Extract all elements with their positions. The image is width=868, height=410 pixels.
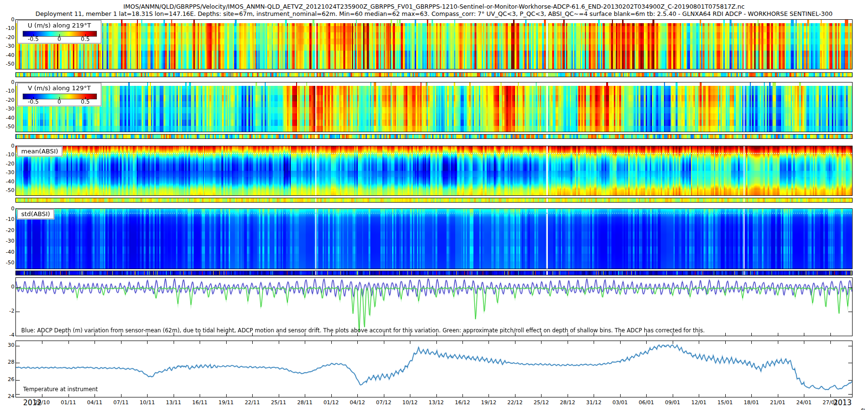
x-axis-date-label: 31/12 xyxy=(583,399,604,406)
x-axis-date-label: 28/12 xyxy=(557,399,578,406)
depth-axis-label: -10 xyxy=(1,88,14,94)
depth-axis-label: -20 xyxy=(1,227,14,233)
u-colorbar-tick: 0 xyxy=(52,36,67,42)
depth-axis-label: -20 xyxy=(1,161,14,167)
x-axis-date-label: 25/12 xyxy=(530,399,552,406)
x-axis-date-label: 19/12 xyxy=(478,399,499,406)
x-axis-date-label: 04/11 xyxy=(84,399,105,406)
x-axis-date-label: 13/11 xyxy=(163,399,184,406)
depth-axis-label: -30 xyxy=(1,169,14,176)
depth-axis-label: 0 xyxy=(1,79,14,85)
depth-axis-label: -50 xyxy=(1,187,14,193)
x-axis-date-label: 06/01 xyxy=(636,399,657,406)
depth-axis-label: -10 xyxy=(1,25,14,31)
x-axis-date-label: 22/12 xyxy=(504,399,526,406)
x-axis-date-label: 16/11 xyxy=(189,399,210,406)
depth-variation-axis-label: 0 xyxy=(1,284,14,290)
depth-axis-label: -40 xyxy=(1,249,14,255)
x-axis-date-label: 10/11 xyxy=(136,399,158,406)
depth-axis-label: -40 xyxy=(1,52,14,58)
x-axis-date-label: 24/01 xyxy=(793,399,814,406)
depth-axis-label: -10 xyxy=(1,216,14,222)
std-absi-label: std(ABSI) xyxy=(17,209,54,219)
u-velocity-bottom-strip xyxy=(15,72,853,77)
temperature-axis-label: 30 xyxy=(1,342,14,348)
depth-variation-axis-label: -2 xyxy=(1,308,14,314)
temperature-plot xyxy=(15,341,853,397)
figure-subtitle-deployment-info: Deployment 11, member 1 lat=18.31S lon=1… xyxy=(0,10,868,17)
x-axis-date-label: 12/01 xyxy=(688,399,709,406)
x-axis-date-label: 16/12 xyxy=(452,399,473,406)
x-axis-date-label: 01/11 xyxy=(58,399,79,406)
depth-axis-label: -50 xyxy=(1,61,14,67)
depth-axis-label: 0 xyxy=(1,16,14,23)
x-axis-date-label: 27/01 xyxy=(820,399,841,406)
depth-axis-label: -50 xyxy=(1,123,14,130)
x-axis-date-label: 29/10 xyxy=(31,399,53,406)
temperature-axis-label: 28 xyxy=(1,359,14,365)
depth-axis-label: -50 xyxy=(1,260,14,266)
v-legend-title: V (m/s) along 129°T xyxy=(18,84,101,92)
x-axis-date-label: 15/01 xyxy=(715,399,736,406)
depth-axis-label: 0 xyxy=(1,205,14,212)
x-axis-date-label: 07/11 xyxy=(110,399,132,406)
v-colorbar-tick: 0.5 xyxy=(78,98,93,105)
u-legend: U (m/s) along 219°T -0.5 0 0.5 xyxy=(17,20,101,43)
u-colorbar-tick: -0.5 xyxy=(26,36,41,42)
v-colorbar-tick: -0.5 xyxy=(26,98,41,105)
u-legend-title: U (m/s) along 219°T xyxy=(18,22,101,29)
x-axis-date-label: 25/11 xyxy=(268,399,289,406)
depth-variation-annotation: Blue: ADCP Depth (m) variation from sens… xyxy=(21,327,705,334)
v-velocity-bottom-strip xyxy=(15,134,853,139)
figure: IMOS/ANMN/QLD/GBRPPS/Velocity/IMOS_ANMN-… xyxy=(0,0,868,410)
x-axis-date-label: 09/01 xyxy=(662,399,683,406)
depth-axis-label: -30 xyxy=(1,106,14,112)
depth-axis-label: -40 xyxy=(1,178,14,185)
std-absi-bottom-strip xyxy=(15,271,853,275)
v-colorbar-tick: 0 xyxy=(52,98,67,105)
v-velocity-heatmap xyxy=(15,82,853,132)
mean-absi-bottom-strip xyxy=(15,198,853,203)
x-axis-date-label: 04/12 xyxy=(347,399,368,406)
x-axis-date-label: 28/11 xyxy=(294,399,315,406)
x-axis-date-label: 01/12 xyxy=(321,399,342,406)
mean-absi-heatmap xyxy=(15,146,853,196)
x-axis-date-label: 03/01 xyxy=(610,399,631,406)
x-axis-date-label: 07/12 xyxy=(373,399,394,406)
depth-axis-label: -20 xyxy=(1,34,14,41)
x-axis-date-label: 18/01 xyxy=(741,399,762,406)
temperature-axis-label: 24 xyxy=(1,393,14,399)
temperature-label: Temperature at instrument xyxy=(23,386,98,393)
x-axis-date-label: 19/11 xyxy=(216,399,237,406)
mean-absi-label: mean(ABSI) xyxy=(17,147,62,156)
x-axis-date-label: 10/12 xyxy=(399,399,420,406)
depth-axis-label: -30 xyxy=(1,238,14,244)
std-absi-heatmap xyxy=(15,208,853,269)
u-velocity-heatmap xyxy=(15,19,853,69)
x-axis-date-label: 13/12 xyxy=(426,399,447,406)
depth-variation-axis-label: -4 xyxy=(1,332,14,338)
u-colorbar-tick: 0.5 xyxy=(78,36,93,42)
x-axis-date-label: 21/01 xyxy=(767,399,788,406)
v-legend: V (m/s) along 129°T -0.5 0 0.5 xyxy=(17,83,101,106)
temperature-axis-label: 26 xyxy=(1,376,14,383)
depth-axis-label: 0 xyxy=(1,143,14,149)
figure-title-filename: IMOS/ANMN/QLD/GBRPPS/Velocity/IMOS_ANMN-… xyxy=(0,3,868,10)
x-axis-date-label: 22/11 xyxy=(242,399,263,406)
depth-axis-label: -40 xyxy=(1,115,14,121)
depth-axis-label: -10 xyxy=(1,151,14,158)
depth-axis-label: -20 xyxy=(1,97,14,103)
depth-axis-label: -30 xyxy=(1,43,14,49)
copyright-watermark: © IMOS 04-May-2025 20:57:36 Hobart time xyxy=(859,408,866,410)
